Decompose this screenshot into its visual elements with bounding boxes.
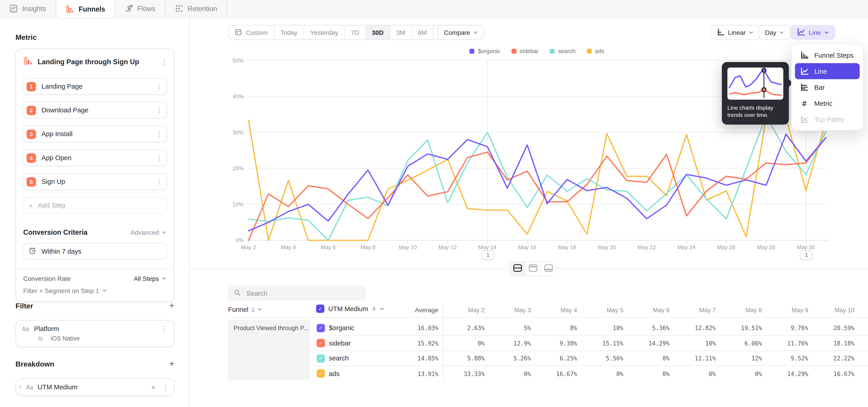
tab-flows[interactable]: Flows: [115, 0, 165, 17]
legend-swatch: [550, 49, 555, 53]
layout-toggle-split-rows[interactable]: [510, 262, 526, 276]
conversion-window-button[interactable]: Within 7 days: [23, 243, 167, 259]
row-separator: [313, 366, 868, 366]
series-line-sidebar[interactable]: [249, 138, 826, 240]
tab-label: Insights: [22, 5, 46, 12]
step-kebab-menu[interactable]: [156, 83, 163, 90]
search-input[interactable]: [245, 289, 360, 298]
filter-card[interactable]: Aa Platform Is iOS Native: [16, 320, 175, 347]
breakdown-column-header[interactable]: ✓ UTM Medium 4: [316, 305, 384, 313]
filter-value[interactable]: iOS Native: [51, 335, 80, 342]
chevron-down-icon: [258, 307, 262, 312]
legend-item-search[interactable]: search: [550, 48, 576, 54]
date-range-today[interactable]: Today: [274, 26, 304, 39]
funnel-column-header[interactable]: Funnel 1: [228, 306, 262, 313]
string-type-icon: Aa: [22, 325, 29, 332]
funnel-step-3[interactable]: 3App Install: [23, 126, 167, 142]
step-number-badge: 3: [27, 129, 36, 139]
funnels-report-page: InsightsFunnelsFlowsRetention Metric Lan…: [0, 0, 868, 407]
select-all-checkbox[interactable]: ✓: [316, 305, 324, 313]
conversion-rate-dropdown[interactable]: All Steps: [134, 275, 166, 282]
date-range-6m[interactable]: 6M: [412, 26, 433, 39]
svg-text:May 22: May 22: [638, 244, 656, 250]
add-filter-button[interactable]: +: [169, 301, 175, 310]
compare-button[interactable]: Compare: [437, 25, 485, 40]
row-checkbox[interactable]: ✓: [317, 369, 325, 378]
date-range-yesterday[interactable]: Yesterday: [304, 26, 345, 39]
query-builder-sidebar: Metric Landing Page through Sign Up 1Lan…: [0, 18, 190, 407]
metric-card-header[interactable]: Landing Page through Sign Up: [16, 49, 174, 74]
series-line-ads[interactable]: [249, 118, 826, 240]
advanced-dropdown[interactable]: Advanced: [131, 229, 166, 236]
metric-kebab-menu[interactable]: [160, 59, 168, 65]
table-cell: 0%: [718, 370, 762, 377]
menu-item-bar[interactable]: Bar: [795, 79, 860, 95]
step-kebab-menu[interactable]: [156, 107, 163, 114]
date-range-segmented-control: CustomTodayYesterday7D30D3M6M12M: [228, 25, 458, 40]
date-range-7d[interactable]: 7D: [345, 26, 366, 39]
legend-item-ads[interactable]: ads: [587, 48, 604, 54]
series-line-organic[interactable]: [249, 134, 826, 231]
filter-kebab-menu[interactable]: [160, 325, 168, 332]
legend-item-sidebar[interactable]: sidebar: [511, 48, 539, 54]
date-range-3m[interactable]: 3M: [390, 26, 412, 39]
legend-item-organic[interactable]: $organic: [470, 48, 500, 54]
table-cell: 5.88%: [440, 355, 485, 362]
chevron-down-icon: [379, 307, 384, 311]
remove-breakdown-icon[interactable]: [150, 383, 157, 391]
date-range-label: 3M: [396, 29, 405, 36]
band-top-icon: [528, 264, 537, 274]
funnel-step-1[interactable]: 1Landing Page: [23, 78, 167, 95]
table-cell: 0%: [672, 370, 716, 377]
layout-toggle-band-bottom[interactable]: [541, 262, 556, 276]
chevron-down-icon: [473, 30, 478, 35]
scale-dropdown-button[interactable]: Linear: [710, 25, 760, 40]
step-kebab-menu[interactable]: [156, 154, 163, 161]
add-step-button[interactable]: + Add Step: [23, 197, 167, 214]
breakdown-kebab-menu[interactable]: [162, 384, 169, 390]
row-checkbox[interactable]: ✓: [317, 323, 325, 332]
insights-icon: [9, 4, 18, 13]
row-checkbox[interactable]: ✓: [317, 339, 325, 347]
breakdown-property-name: UTM Medium: [37, 383, 145, 391]
breakdown-card[interactable]: Aa UTM Medium: [16, 378, 175, 396]
interval-dropdown-button[interactable]: Day: [758, 25, 791, 40]
tab-funnels[interactable]: Funnels: [56, 0, 115, 19]
svg-text:May 12: May 12: [438, 244, 457, 250]
svg-text:May 2: May 2: [241, 244, 256, 250]
tab-insights[interactable]: Insights: [0, 0, 56, 17]
funnel-step-4[interactable]: 4App Open: [23, 150, 167, 166]
step-kebab-menu[interactable]: [156, 179, 163, 185]
date-range-30d[interactable]: 30D: [366, 26, 390, 39]
layout-toggle-band-top[interactable]: [525, 262, 541, 276]
step-number-badge: 5: [27, 177, 36, 186]
filter-operator[interactable]: Is: [38, 335, 43, 342]
annotation-badge[interactable]: 1: [800, 250, 813, 260]
funnel-step-5[interactable]: 5Sign Up: [23, 174, 167, 190]
bar-chart-icon: [799, 83, 809, 91]
legend-label: ads: [595, 48, 604, 54]
menu-item-metric[interactable]: #Metric: [795, 95, 860, 111]
annotation-badge[interactable]: 1: [482, 250, 494, 260]
step-kebab-menu[interactable]: [156, 131, 163, 137]
funnel-step-2[interactable]: 2Download Page: [23, 102, 167, 119]
row-name: $organic: [329, 324, 354, 332]
chart-legend: $organicsidebarsearchads: [244, 48, 831, 54]
svg-text:40%: 40%: [232, 93, 244, 99]
svg-text:10%: 10%: [232, 201, 244, 207]
legend-swatch: [587, 49, 592, 53]
chart-type-dropdown-button[interactable]: Line: [790, 25, 835, 40]
table-search[interactable]: [228, 286, 366, 301]
filter-segment-dropdown[interactable]: Filter + Segment on Step 1: [23, 287, 166, 294]
line-chart-icon: [797, 28, 806, 37]
add-breakdown-button[interactable]: +: [169, 359, 175, 368]
menu-item-line[interactable]: Line: [795, 63, 860, 79]
tab-retention[interactable]: Retention: [165, 0, 227, 17]
date-range-custom[interactable]: Custom: [228, 26, 274, 39]
filter-section-label: Filter: [16, 302, 33, 310]
menu-item-funnel-steps[interactable]: Funnel Steps: [795, 47, 860, 63]
chevron-down-icon: [162, 276, 166, 281]
drag-handle-icon[interactable]: [19, 384, 22, 390]
funnel-group-cell[interactable]: Product Viewed through P...: [228, 320, 310, 380]
row-checkbox[interactable]: ✓: [317, 354, 325, 363]
